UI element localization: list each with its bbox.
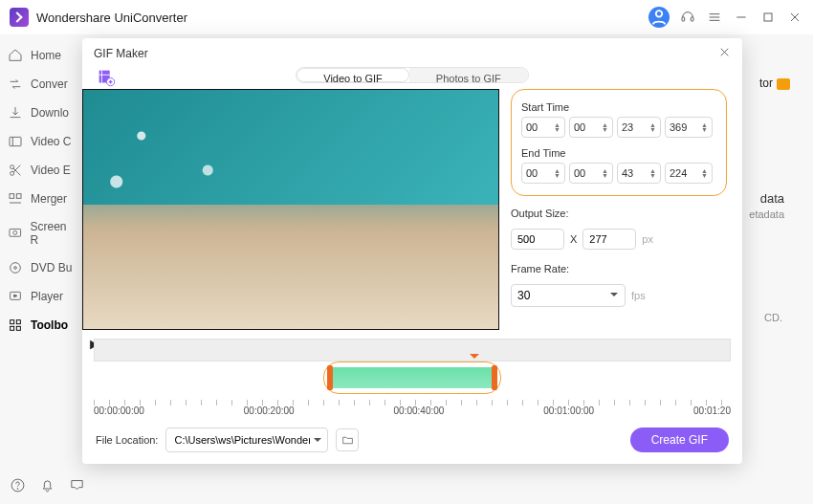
ruler-tick: 00:00:00:00	[94, 402, 144, 416]
svg-rect-17	[16, 194, 21, 199]
sidebar-item-label: Conver	[31, 77, 68, 91]
sidebar: Home Conver Downlo Video C Video E Merge…	[0, 34, 84, 504]
close-icon[interactable]	[718, 46, 731, 61]
video-preview[interactable]	[82, 89, 499, 330]
tab-photos-to-gif[interactable]: Photos to GIF	[409, 68, 528, 82]
sidebar-item-label: Toolbo	[31, 318, 68, 332]
app-logo-icon	[10, 8, 29, 27]
ruler-tick: 00:00:20:00	[244, 402, 295, 416]
ruler-tick: 00:00:40:00	[394, 402, 445, 416]
minimize-button[interactable]	[733, 9, 750, 26]
sidebar-item-label: Home	[31, 49, 61, 62]
app-title: Wondershare UniConverter	[36, 11, 187, 25]
timeline: 00:00:00:00 00:00:20:00 00:00:40:00 00:0…	[82, 362, 742, 418]
svg-point-20	[11, 263, 21, 274]
sidebar-item-label: Screen R	[31, 220, 77, 247]
timeline-selection[interactable]	[323, 362, 501, 394]
svg-rect-23	[11, 320, 14, 324]
file-location-select[interactable]: C:\Users\ws\Pictures\Wonders	[165, 427, 328, 452]
svg-line-14	[13, 168, 20, 175]
maximize-button[interactable]	[759, 9, 777, 26]
output-width-input[interactable]	[511, 229, 564, 250]
status-bar	[0, 470, 84, 504]
sidebar-item-dvd-burner[interactable]: DVD Bu	[0, 254, 84, 281]
svg-rect-16	[10, 194, 14, 199]
sidebar-item-converter[interactable]: Conver	[0, 71, 84, 98]
sidebar-item-toolbox[interactable]: Toolbo	[0, 312, 84, 339]
svg-point-28	[17, 489, 18, 490]
account-avatar[interactable]	[648, 7, 670, 28]
file-location-label: File Location:	[96, 434, 158, 446]
svg-line-15	[13, 165, 20, 172]
modal-title: GIF Maker	[94, 47, 148, 60]
start-time-label: Start Time	[521, 101, 716, 113]
svg-rect-26	[16, 326, 20, 330]
output-x: X	[570, 233, 577, 245]
end-time-label: End Time	[521, 147, 716, 159]
bell-icon[interactable]	[39, 477, 55, 496]
svg-rect-1	[682, 17, 685, 21]
bg-meta: etadata	[749, 208, 784, 220]
playhead-icon[interactable]	[470, 354, 479, 363]
output-height-input[interactable]	[582, 229, 636, 250]
sidebar-item-label: DVD Bu	[31, 261, 72, 274]
timeline-track[interactable]	[94, 339, 731, 362]
frame-rate-label: Frame Rate:	[511, 263, 727, 274]
start-seconds-stepper[interactable]: 23▲▼	[617, 117, 661, 138]
svg-point-19	[13, 230, 17, 234]
add-file-button[interactable]	[96, 67, 117, 88]
tab-video-to-gif[interactable]: Video to GIF	[297, 68, 409, 82]
open-folder-button[interactable]	[336, 428, 359, 451]
end-ms-stepper[interactable]: 224▲▼	[665, 163, 713, 184]
bg-data: data	[760, 191, 784, 206]
svg-rect-2	[691, 17, 693, 21]
end-hours-stepper[interactable]: 00▲▼	[521, 163, 565, 184]
output-unit: px	[642, 233, 653, 245]
sidebar-item-video-editor[interactable]: Video E	[0, 157, 84, 184]
output-size-label: Output Size:	[511, 208, 727, 219]
ruler-tick: 00:01:00:00	[543, 402, 594, 416]
start-minutes-stepper[interactable]: 00▲▼	[569, 117, 613, 138]
feedback-icon[interactable]	[69, 477, 85, 496]
bg-cd: CD.	[764, 312, 782, 323]
trim-end-handle[interactable]	[492, 365, 497, 390]
create-gif-button[interactable]: Create GIF	[630, 427, 729, 452]
end-minutes-stepper[interactable]: 00▲▼	[569, 163, 613, 184]
svg-rect-7	[764, 13, 772, 21]
svg-rect-10	[10, 137, 21, 145]
svg-rect-24	[16, 320, 20, 324]
svg-point-21	[14, 267, 17, 270]
time-range-group: Start Time 00▲▼ 00▲▼ 23▲▼ 369▲▼ End Time…	[511, 89, 727, 196]
sidebar-item-screen-recorder[interactable]: Screen R	[0, 214, 84, 252]
sidebar-item-downloader[interactable]: Downlo	[0, 99, 84, 126]
sidebar-item-label: Video E	[31, 164, 71, 177]
menu-icon[interactable]	[706, 9, 723, 26]
selected-range[interactable]	[333, 367, 492, 388]
start-hours-stepper[interactable]: 00▲▼	[521, 117, 565, 138]
sidebar-item-home[interactable]: Home	[0, 42, 84, 69]
sidebar-item-merger[interactable]: Merger	[0, 186, 84, 212]
help-icon[interactable]	[10, 477, 26, 496]
svg-rect-25	[11, 326, 14, 330]
sidebar-item-label: Merger	[31, 192, 67, 206]
sidebar-item-label: Downlo	[31, 106, 69, 120]
timeline-ruler: 00:00:00:00 00:00:20:00 00:00:40:00 00:0…	[94, 402, 731, 418]
crown-icon	[777, 78, 790, 90]
sidebar-item-label: Player	[31, 290, 63, 303]
svg-rect-18	[10, 229, 21, 236]
ruler-tick: 00:01:20	[693, 402, 731, 416]
sidebar-item-video-compressor[interactable]: Video C	[0, 128, 84, 155]
gif-maker-modal: GIF Maker Video to GIF Photos to GIF 00:…	[82, 38, 742, 464]
fps-unit: fps	[631, 290, 646, 301]
close-window-button[interactable]	[786, 9, 803, 26]
end-seconds-stepper[interactable]: 43▲▼	[617, 163, 661, 184]
mode-segmented: Video to GIF Photos to GIF	[296, 67, 528, 83]
sidebar-item-player[interactable]: Player	[0, 283, 84, 310]
support-icon[interactable]	[679, 9, 696, 26]
title-bar: Wondershare UniConverter	[0, 0, 813, 34]
sidebar-item-label: Video C	[31, 135, 71, 148]
frame-rate-select[interactable]: 30	[511, 284, 626, 307]
start-ms-stepper[interactable]: 369▲▼	[665, 117, 713, 138]
svg-point-0	[656, 11, 662, 16]
